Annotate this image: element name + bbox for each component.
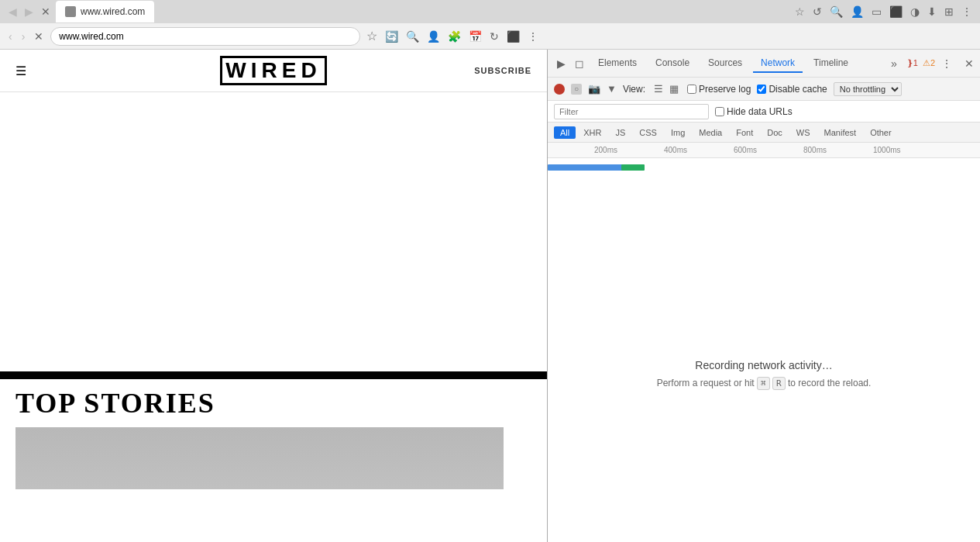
top-stories-title: TOP STORIES [15,387,531,419]
view-label: View: [623,84,645,95]
cmd-key: ⌘ [757,377,770,390]
article-image [15,427,504,489]
puzzle-icon[interactable]: 🧩 [446,29,462,44]
type-btn-xhr[interactable]: XHR [577,126,607,139]
type-filter-row: All XHR JS CSS Img Media Font Doc WS Man… [548,123,980,143]
wired-logo: WIRED [220,56,326,85]
downloads-icon[interactable]: ⬇ [926,4,938,19]
recording-hint: Perform a request or hit ⌘ R to record t… [657,378,872,388]
inspect-element-btn[interactable]: ▶ [554,56,569,71]
sync-icon[interactable]: ↺ [811,4,824,19]
type-btn-media[interactable]: Media [693,126,728,139]
tab-network[interactable]: Network [753,54,803,73]
type-btn-font[interactable]: Font [730,126,759,139]
preserve-log-checkbox[interactable] [687,85,696,94]
tab-console[interactable]: Console [648,54,697,73]
type-btn-all[interactable]: All [554,126,576,139]
timeline-bar-green [621,164,645,171]
type-btn-doc[interactable]: Doc [761,126,789,139]
tab-timeline[interactable]: Timeline [806,54,856,73]
tab-title: www.wired.com [81,6,145,17]
recording-title: Recording network activity… [695,359,832,371]
cast-icon[interactable]: ▭ [870,4,883,19]
forward-button[interactable]: ▶ [22,5,36,18]
ruler-200: 200ms [594,146,617,154]
screenshot-button[interactable]: 📷 [588,83,600,95]
ruler-600: 600ms [734,146,757,154]
menu-button[interactable]: ☰ [15,64,26,78]
nav-back-btn[interactable]: ‹ [6,30,15,43]
tab-bar: ◀ ▶ ✕ www.wired.com ☆ ↺ 🔍 👤 ▭ ⬛ ◑ ⬇ ⊞ ⋮ [0,0,980,23]
tab-favicon [65,6,76,17]
calendar-icon[interactable]: 📅 [467,29,483,44]
network-toolbar: ○ 📷 ▼ View: ☰ ▦ Preserve log Disable cac… [548,78,980,101]
subscribe-button[interactable]: SUBSCRIBE [474,66,531,75]
history-icon[interactable]: ◑ [909,4,921,19]
type-btn-other[interactable]: Other [864,126,898,139]
filter-input[interactable] [554,104,709,119]
filter-button[interactable]: ▼ [607,83,617,95]
apps-icon[interactable]: ⊞ [943,4,955,19]
webpage-area: ☰ WIRED SUBSCRIBE TOP STORIES [0,50,547,542]
ruler-800: 800ms [803,146,827,154]
top-stories-bar [0,371,547,379]
type-btn-js[interactable]: JS [609,126,631,139]
profile-icon[interactable]: 👤 [425,29,442,44]
toolbar-icons: ☆ ↺ 🔍 👤 ▭ ⬛ ◑ ⬇ ⊞ ⋮ [793,4,974,19]
extensions-icon[interactable]: ⬛ [888,4,904,19]
settings-icon[interactable]: ⋮ [960,4,974,19]
tab-elements[interactable]: Elements [590,54,645,73]
user-icon[interactable]: 👤 [849,4,865,19]
disable-cache-checkbox[interactable] [757,85,766,94]
omnibox-icon[interactable]: 🔍 [828,4,844,19]
throttle-select[interactable]: No throttling [834,82,902,96]
top-stories-section: TOP STORIES [0,379,547,489]
tab-sources[interactable]: Sources [700,54,750,73]
preserve-log-label[interactable]: Preserve log [687,84,751,95]
main-area: ☰ WIRED SUBSCRIBE TOP STORIES ▶ ◻ Elemen… [0,50,980,542]
timeline-area: 200ms 400ms 600ms 800ms 1000ms [548,143,980,205]
devtools-panel: ▶ ◻ Elements Console Sources Network Tim… [547,50,980,542]
type-btn-manifest[interactable]: Manifest [818,126,863,139]
type-btn-ws[interactable]: WS [790,126,817,139]
chip-icon[interactable]: ⬛ [505,29,521,44]
back-button[interactable]: ◀ [6,5,19,18]
more-tabs-btn[interactable]: » [888,56,900,71]
bookmark-icon[interactable]: ☆ [793,4,806,19]
search2-icon[interactable]: 🔍 [404,29,421,44]
timeline-bars [548,158,980,205]
browser-chrome: ◀ ▶ ✕ www.wired.com ☆ ↺ 🔍 👤 ▭ ⬛ ◑ ⬇ ⊞ ⋮ … [0,0,980,50]
view-grid-btn[interactable]: ▦ [667,82,681,95]
record-button[interactable] [554,84,565,95]
devtools-toolbar: ▶ ◻ Elements Console Sources Network Tim… [548,50,980,78]
responsive-btn[interactable]: ◻ [572,56,587,71]
type-btn-img[interactable]: Img [665,126,691,139]
filter-bar: Hide data URLs [548,101,980,123]
hide-data-checkbox[interactable] [715,107,724,116]
star-icon[interactable]: ☆ [365,27,379,45]
address-input[interactable] [50,27,360,46]
nav-forward-btn[interactable]: › [19,30,28,43]
ruler-400: 400ms [664,146,687,154]
warn-badge: ⚠2 [923,58,935,68]
r-key: R [772,377,786,390]
menu-icon[interactable]: ⋮ [526,29,540,44]
view-list-btn[interactable]: ☰ [652,82,665,95]
stop-button[interactable]: ○ [571,84,582,95]
person-silhouette [15,427,504,489]
sync2-icon[interactable]: 🔄 [383,29,400,44]
nav-reload-btn[interactable]: ✕ [32,30,46,43]
type-btn-css[interactable]: CSS [633,126,663,139]
reload2-icon[interactable]: ↻ [488,29,500,44]
address-bar-row: ‹ › ✕ ☆ 🔄 🔍 👤 🧩 📅 ↻ ⬛ ⋮ [0,23,980,50]
ruler-1000: 1000ms [873,146,901,154]
hide-data-label[interactable]: Hide data URLs [715,106,793,117]
disable-cache-label[interactable]: Disable cache [757,84,827,95]
devtools-menu-btn[interactable]: ⋮ [938,56,955,71]
active-tab[interactable]: www.wired.com [56,1,154,22]
reload-button[interactable]: ✕ [39,5,53,18]
devtools-close-btn[interactable]: ✕ [965,57,974,70]
page-content [0,92,547,371]
network-empty-state: Recording network activity… Perform a re… [548,205,980,542]
view-buttons: ☰ ▦ [652,82,681,95]
